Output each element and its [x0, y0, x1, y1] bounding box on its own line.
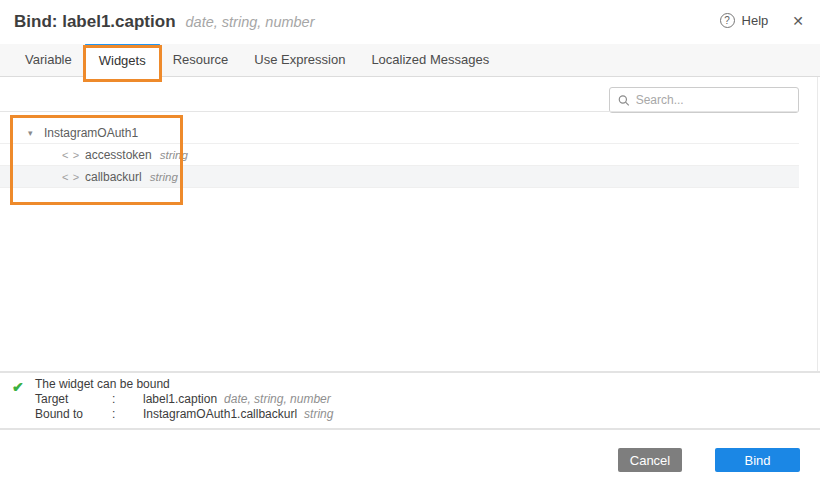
tab-use-expression[interactable]: Use Expression — [241, 44, 358, 77]
code-brackets-icon: < > — [62, 149, 80, 161]
tab-variable[interactable]: Variable — [12, 44, 85, 77]
status-boundto-value-text: InstagramOAuth1.callbackurl — [143, 407, 297, 421]
status-message: The widget can be bound — [35, 377, 333, 392]
help-icon: ? — [720, 13, 735, 28]
page-subtitle: date, string, number — [186, 14, 315, 30]
footer-divider — [0, 428, 820, 430]
tree-node-accesstoken[interactable]: < > accesstoken string — [0, 144, 799, 166]
dialog-header: Bind: label1.caption date, string, numbe… — [0, 0, 820, 44]
help-button[interactable]: ? Help — [720, 13, 769, 28]
status-top-divider — [0, 371, 820, 373]
tab-bar: Variable Widgets Resource Use Expression… — [0, 44, 820, 77]
search-box — [609, 87, 799, 113]
bind-dialog: Bind: label1.caption date, string, numbe… — [0, 0, 820, 486]
header-actions: ? Help ✕ — [720, 13, 804, 28]
status-boundto-types: string — [304, 407, 333, 421]
tree-node-label: accesstoken — [85, 148, 152, 162]
status-colon: : — [112, 407, 143, 422]
status-colon: : — [112, 392, 143, 407]
tree-node-instagramoauth1[interactable]: ▾ InstagramOAuth1 — [0, 122, 799, 144]
tree-node-label: callbackurl — [85, 170, 142, 184]
tab-resource[interactable]: Resource — [160, 44, 242, 77]
page-title: Bind: label1.caption — [14, 12, 176, 32]
widgets-tab-content: ▾ InstagramOAuth1 < > accesstoken string… — [0, 77, 818, 371]
status-lines: The widget can be bound Target : label1.… — [35, 377, 333, 422]
status-target-value: label1.captiondate, string, number — [143, 392, 333, 407]
status-target-row: Target : label1.captiondate, string, num… — [35, 392, 333, 407]
caret-down-icon[interactable]: ▾ — [28, 128, 44, 138]
header-titles: Bind: label1.caption date, string, numbe… — [0, 0, 820, 32]
tab-widgets[interactable]: Widgets — [85, 44, 160, 78]
cancel-button[interactable]: Cancel — [618, 448, 682, 472]
help-label: Help — [742, 13, 769, 28]
tab-localized-messages[interactable]: Localized Messages — [358, 44, 502, 77]
status-boundto-label: Bound to — [35, 407, 112, 422]
search-input[interactable] — [636, 93, 790, 107]
status-target-value-text: label1.caption — [143, 392, 217, 406]
tree-node-label: InstagramOAuth1 — [44, 126, 138, 140]
binding-status: ✔ The widget can be bound Target : label… — [0, 374, 820, 428]
status-target-label: Target — [35, 392, 112, 407]
search-icon — [618, 94, 630, 107]
close-icon[interactable]: ✕ — [792, 14, 804, 28]
status-target-types: date, string, number — [224, 392, 331, 406]
status-boundto-value: InstagramOAuth1.callbackurlstring — [143, 407, 333, 422]
widget-tree: ▾ InstagramOAuth1 < > accesstoken string… — [0, 111, 799, 188]
status-boundto-row: Bound to : InstagramOAuth1.callbackurlst… — [35, 407, 333, 422]
code-brackets-icon: < > — [62, 171, 80, 183]
bind-button[interactable]: Bind — [715, 448, 800, 472]
success-check-icon: ✔ — [12, 379, 24, 395]
tree-node-type: string — [150, 171, 178, 183]
tree-node-type: string — [160, 149, 188, 161]
tree-node-callbackurl[interactable]: < > callbackurl string — [0, 166, 799, 188]
tab-widgets-label: Widgets — [99, 53, 146, 68]
